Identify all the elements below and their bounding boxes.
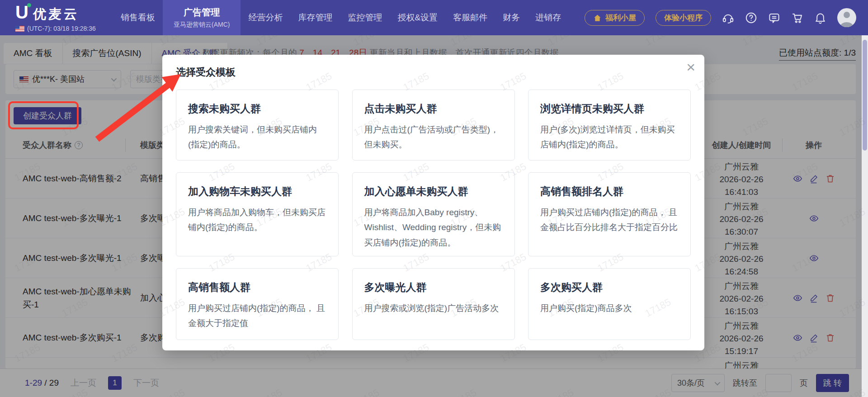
cart-icon[interactable] [791,12,803,24]
select-template-modal: 选择受众模板 × 搜索未购买人群用户搜索关键词，但未购买店铺内(指定)的商品。点… [162,55,704,350]
template-card[interactable]: 多次曝光人群用户搜索或浏览(指定)广告活动多次 [352,268,515,340]
card-desc: 用户购买过店铺内(指定)的商品， 且金额大于指定值 [188,301,326,331]
topbar: U 优麦云 (UTC-7): 03/18 19:28:36 销售看板广告管理亚马… [0,0,868,35]
welfare-house-button[interactable]: 福利小屋 [585,10,645,26]
card-desc: 用户购买(指定)商品多次 [540,301,679,316]
template-card[interactable]: 点击未购买人群用户点击过(广告活动或广告类型)，但未购买。 [352,90,515,161]
card-desc: 用户将商品加入购物车，但未购买店铺内(指定)的商品。 [188,205,326,235]
template-card[interactable]: 加入心愿单未购买人群用户将商品加入Baby registry、Wishlist、… [352,172,515,256]
modal-title: 选择受众模板 [176,66,236,79]
template-card[interactable]: 搜索未购买人群用户搜索关键词，但未购买店铺内(指定)的商品。 [176,90,339,161]
message-icon[interactable] [768,12,780,24]
card-title: 搜索未购买人群 [188,102,326,116]
bell-icon[interactable] [814,12,826,24]
template-card[interactable]: 多次购买人群用户购买(指定)商品多次 [528,268,691,340]
card-title: 加入心愿单未购买人群 [364,184,503,198]
scrollbar[interactable] [862,35,868,397]
card-desc: 用户(多次)浏览过详情页，但未购买店铺内(指定)的商品。 [540,122,679,152]
card-desc: 用户搜索或浏览(指定)广告活动多次 [364,301,503,316]
card-title: 点击未购买人群 [364,102,503,116]
template-card[interactable]: 高销售额排名人群用户购买过店铺内(指定)的商品， 且金额占比百分比排名大于指定百… [528,172,691,256]
card-title: 高销售额人群 [188,280,326,294]
nav-item[interactable]: 库存管理 [290,0,340,35]
nav-item[interactable]: 监控管理 [340,0,390,35]
us-flag-icon [15,26,24,32]
template-card[interactable]: 加入购物车未购买人群用户将商品加入购物车，但未购买店铺内(指定)的商品。 [176,172,339,256]
card-title: 高销售额排名人群 [540,184,679,198]
main-nav: 销售看板广告管理亚马逊营销云(AMC)经营分析库存管理监控管理授权&设置客服邮件… [113,0,569,35]
template-card[interactable]: 高销售额人群用户购买过店铺内(指定)的商品， 且金额大于指定值 [176,268,339,340]
card-title: 浏览详情页未购买人群 [540,102,679,116]
card-title: 加入购物车未购买人群 [188,184,326,198]
headset-icon[interactable] [722,12,734,24]
nav-item[interactable]: 经营分析 [241,0,290,35]
scrollbar-thumb[interactable] [863,40,867,151]
card-desc: 用户将商品加入Baby registry、Wishlist、Wedding re… [364,205,503,250]
topbar-icons [722,12,826,24]
help-icon[interactable] [745,12,757,24]
card-title: 多次购买人群 [540,280,679,294]
nav-item[interactable]: 授权&设置 [390,0,445,35]
brand: U 优麦云 (UTC-7): 03/18 19:28:36 [15,3,110,32]
card-title: 多次曝光人群 [364,280,503,294]
logo-icon: U [15,3,28,21]
nav-item[interactable]: 进销存 [528,0,569,35]
template-grid: 搜索未购买人群用户搜索关键词，但未购买店铺内(指定)的商品。点击未购买人群用户点… [176,90,691,340]
close-icon[interactable]: × [686,59,695,75]
mini-program-button[interactable]: 体验小程序 [656,10,711,26]
nav-item[interactable]: 财务 [495,0,528,35]
nav-item[interactable]: 销售看板 [113,0,163,35]
card-desc: 用户点击过(广告活动或广告类型)，但未购买。 [364,122,503,152]
logo-text: 优麦云 [33,5,79,24]
timezone-clock: (UTC-7): 03/18 19:28:36 [15,25,110,32]
template-card[interactable]: 浏览详情页未购买人群用户(多次)浏览过详情页，但未购买店铺内(指定)的商品。 [528,90,691,161]
nav-item[interactable]: 客服邮件 [445,0,495,35]
house-icon [593,14,602,22]
card-desc: 用户购买过店铺内(指定)的商品， 且金额占比百分比排名大于指定百分比 [540,205,679,235]
nav-item[interactable]: 广告管理亚马逊营销云(AMC) [163,0,241,35]
user-avatar[interactable] [837,8,856,27]
card-desc: 用户搜索关键词，但未购买店铺内(指定)的商品。 [188,122,326,152]
topbar-right: 福利小屋 体验小程序 [585,8,856,27]
